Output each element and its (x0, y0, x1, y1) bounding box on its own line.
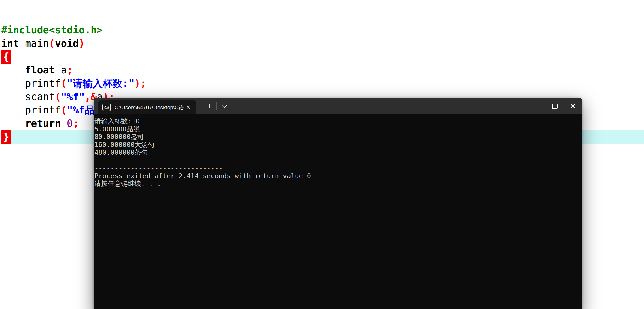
code-line[interactable]: { (1, 50, 644, 64)
code-segment-symbol: ( (49, 38, 55, 49)
code-segment-keyword: float (25, 64, 55, 76)
terminal-line: -------------------------------- (94, 164, 580, 172)
tab-bar-divider (216, 102, 217, 110)
tab-close-icon[interactable]: ✕ (186, 104, 190, 111)
minimize-button[interactable] (528, 98, 546, 114)
terminal-line: 请按任意键继续. . . (94, 180, 580, 188)
code-segment-keyword: return (25, 118, 61, 129)
code-line[interactable]: printf("请输入杯数:"); (1, 77, 644, 90)
code-segment-symbol: ); (134, 78, 146, 89)
code-segment-string: "请输入杯数:" (67, 78, 134, 89)
code-segment-plain (61, 118, 67, 129)
code-segment-brace: } (1, 130, 11, 144)
chevron-glyph (222, 102, 227, 108)
terminal-line: 80.000000盎司 (94, 133, 580, 141)
chevron-down-icon[interactable] (218, 100, 231, 112)
close-icon: ✕ (570, 103, 576, 110)
code-segment-plain: printf (1, 78, 61, 89)
code-segment-plain: main (19, 38, 49, 49)
code-segment-plain (1, 64, 25, 76)
close-button[interactable]: ✕ (564, 98, 582, 114)
code-segment-symbol: ( (61, 78, 67, 89)
code-segment-string: "%f" (61, 91, 85, 102)
terminal-window: C:\ C:\Users\64707\Desktop\C语言 ✕ + ✕ 请输入… (94, 98, 582, 309)
code-segment-keyword: void (55, 38, 79, 49)
minimize-icon (534, 106, 540, 106)
code-segment-symbol: , (85, 91, 91, 102)
code-segment-symbol: ( (55, 91, 61, 102)
code-segment-plain: printf (1, 104, 61, 116)
terminal-line: Process exited after 2.414 seconds with … (94, 172, 580, 180)
code-segment-plain: scanf (1, 91, 55, 102)
maximize-button[interactable] (546, 98, 564, 114)
code-segment-preprocessor: #include<stdio.h> (1, 24, 103, 36)
cmd-prompt-icon: C:\ (102, 104, 111, 111)
code-segment-symbol: ) (79, 38, 85, 49)
terminal-line: 5.000000品脱 (94, 125, 580, 133)
cmd-icon-text: C:\ (104, 106, 109, 110)
code-line[interactable]: float a; (1, 64, 644, 77)
terminal-line: 480.000000茶勺 (94, 149, 580, 157)
terminal-tab-bar: C:\ C:\Users\64707\Desktop\C语言 ✕ + ✕ (94, 98, 582, 114)
code-segment-plain: a (55, 64, 67, 76)
terminal-line: 请输入杯数:10 (94, 117, 580, 125)
code-segment-symbol: ; (67, 64, 73, 76)
code-segment-number: 0 (67, 118, 73, 129)
new-tab-button[interactable]: + (203, 100, 216, 112)
terminal-line (94, 157, 580, 165)
code-segment-brace: { (1, 50, 11, 64)
code-segment-plain (1, 118, 25, 129)
code-segment-symbol: ( (61, 104, 67, 116)
code-line[interactable]: int main(void) (1, 37, 644, 50)
maximize-icon (552, 104, 558, 109)
code-line[interactable]: #include<stdio.h> (1, 24, 644, 37)
window-controls: ✕ (528, 98, 582, 114)
terminal-output[interactable]: 请输入杯数:105.000000品脱80.000000盎司160.000000大… (94, 114, 582, 188)
terminal-tab-title: C:\Users\64707\Desktop\C语言 (115, 104, 184, 111)
code-segment-symbol: ; (73, 118, 79, 129)
terminal-line: 160.000000大汤勺 (94, 141, 580, 149)
code-segment-keyword: int (1, 38, 19, 49)
terminal-tab[interactable]: C:\ C:\Users\64707\Desktop\C语言 ✕ (98, 100, 196, 114)
